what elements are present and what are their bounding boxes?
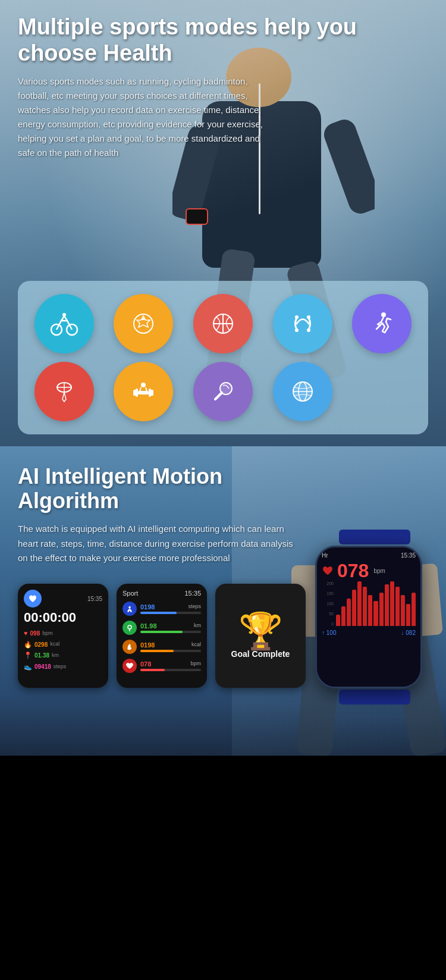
watch-header: Hr 15:35 bbox=[322, 552, 416, 559]
kcal-info: 0198 kcal bbox=[140, 641, 201, 652]
svg-point-2 bbox=[62, 313, 66, 317]
trophy-display: 🏆 ⭐ bbox=[238, 613, 283, 649]
ai-description: The watch is equipped with AI intelligen… bbox=[18, 522, 303, 566]
sport-jumprope-icon[interactable] bbox=[273, 294, 332, 353]
hero-title: Multiple sports modes help you choose He… bbox=[18, 14, 428, 66]
hr-label: Hr bbox=[322, 552, 328, 559]
sport-running-icon[interactable] bbox=[352, 294, 412, 353]
star-icon: ⭐ bbox=[249, 615, 265, 630]
sport-tabletennis-icon[interactable] bbox=[193, 362, 253, 421]
watch-band-top bbox=[339, 530, 410, 544]
activity-icon bbox=[24, 590, 42, 608]
svg-point-26 bbox=[128, 625, 131, 629]
hero-description: Various sports modes such as running, cy… bbox=[18, 74, 268, 160]
sport-empty-slot bbox=[346, 362, 406, 421]
sport-other-icon[interactable] bbox=[273, 362, 332, 421]
steps-icon bbox=[123, 602, 137, 616]
sports-panel bbox=[18, 281, 428, 434]
watch-band-bottom bbox=[339, 690, 410, 705]
bpm-icon bbox=[123, 659, 137, 673]
widget-activity-header: 15:35 bbox=[24, 590, 102, 608]
sport-kcal-row: 0198 kcal bbox=[123, 640, 201, 654]
sport-bpm-row: 078 bpm bbox=[123, 659, 201, 673]
watch-time: 15:35 bbox=[401, 552, 416, 559]
stat-steps: 👟 09418 steps bbox=[24, 661, 102, 672]
timer-display: 00:00:00 bbox=[24, 610, 102, 625]
widgets-row: 15:35 00:00:00 ♥ 098 bpm 🔥 0298 kcal 📍 0… bbox=[18, 584, 428, 688]
sport-cycling-icon[interactable] bbox=[34, 294, 94, 353]
widget-activity: 15:35 00:00:00 ♥ 098 bpm 🔥 0298 kcal 📍 0… bbox=[18, 584, 108, 688]
bpm-info: 078 bpm bbox=[140, 660, 201, 671]
kcal-icon bbox=[123, 640, 137, 654]
activity-stats: ♥ 098 bpm 🔥 0298 kcal 📍 01.38 km 👟 09418 bbox=[24, 628, 102, 672]
steps-info: 0198 steps bbox=[140, 603, 201, 614]
sport-basketball-icon[interactable] bbox=[193, 294, 253, 353]
widget-sport: Sport 15:35 0198 steps bbox=[117, 584, 207, 688]
sport-football-icon[interactable] bbox=[114, 294, 173, 353]
hr-value: 078 bbox=[337, 561, 369, 580]
svg-point-10 bbox=[307, 328, 310, 332]
km-info: 01.98 km bbox=[140, 622, 201, 633]
svg-rect-17 bbox=[136, 389, 138, 397]
sport-time: 15:35 bbox=[184, 590, 201, 597]
widget-goal: 🏆 ⭐ Goal Complete bbox=[215, 584, 306, 688]
svg-point-7 bbox=[295, 315, 299, 319]
sports-grid bbox=[29, 294, 417, 421]
stat-km: 📍 01.38 km bbox=[24, 650, 102, 661]
hr-bpm-unit: bpm bbox=[373, 568, 385, 574]
sport-steps-row: 0198 steps bbox=[123, 602, 201, 616]
svg-point-9 bbox=[295, 328, 299, 332]
hero-section: Multiple sports modes help you choose He… bbox=[0, 0, 446, 446]
stat-bpm: ♥ 098 bpm bbox=[24, 628, 102, 639]
ai-text-area: AI Intelligent Motion Algorithm The watc… bbox=[18, 464, 303, 566]
sport-badminton-icon[interactable] bbox=[34, 362, 94, 421]
ai-section: AI Intelligent Motion Algorithm The watc… bbox=[0, 446, 446, 756]
svg-point-11 bbox=[381, 312, 386, 317]
activity-time: 15:35 bbox=[87, 596, 102, 602]
km-icon bbox=[123, 621, 137, 635]
ai-title: AI Intelligent Motion Algorithm bbox=[18, 464, 303, 514]
svg-point-20 bbox=[141, 383, 146, 387]
stat-kcal: 🔥 0298 kcal bbox=[24, 639, 102, 650]
svg-line-22 bbox=[215, 393, 222, 399]
sport-weightlifting-icon[interactable] bbox=[114, 362, 173, 421]
sport-header: Sport 15:35 bbox=[123, 590, 201, 597]
svg-rect-18 bbox=[149, 389, 151, 397]
sport-km-row: 01.98 km bbox=[123, 621, 201, 635]
hero-text-overlay: Multiple sports modes help you choose He… bbox=[0, 0, 446, 174]
svg-point-8 bbox=[307, 315, 310, 319]
svg-point-3 bbox=[134, 314, 153, 333]
sport-label: Sport bbox=[123, 590, 138, 597]
